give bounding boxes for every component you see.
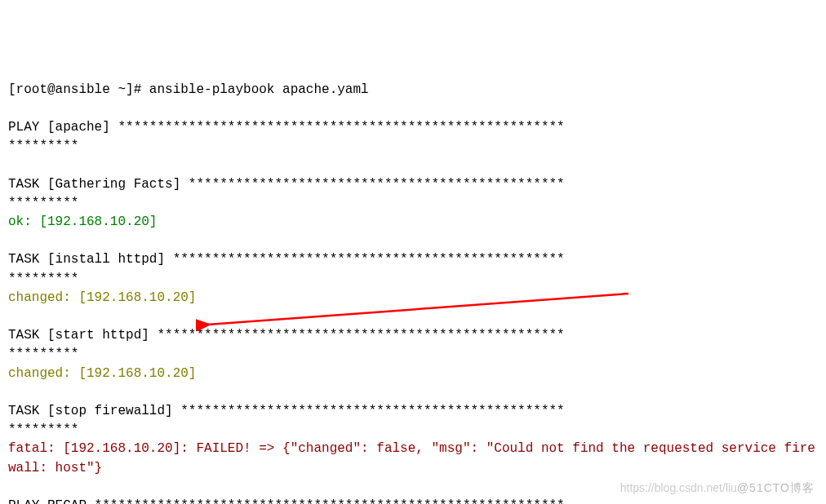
play-header-wrap: ********* [8, 139, 78, 153]
task-stop-firewalld-a: TASK [stop firewalld] [8, 404, 180, 418]
task-gathering-facts: TASK [Gathering Facts] *****************… [8, 177, 565, 192]
task-gathering-facts-wrap: ********* [8, 196, 78, 210]
watermark-left: https://blog.csdn.net/liu [620, 481, 737, 494]
task-start-httpd: TASK [start httpd] *********************… [8, 328, 565, 343]
watermark-right: @51CTO博客 [737, 481, 815, 494]
task-start-httpd-wrap: ********* [8, 347, 78, 361]
install-result-changed: changed: [192.168.10.20] [8, 290, 196, 305]
play-recap-header: PLAY RECAP *****************************… [8, 498, 565, 504]
gather-result-ok: ok: [192.168.10.20] [8, 214, 157, 229]
svg-line-1 [207, 294, 628, 325]
watermark: https://blog.csdn.net/liu@51CTO博客 [614, 462, 815, 496]
task-install-httpd: TASK [install httpd] *******************… [8, 252, 565, 267]
task-stop-firewalld-wrap: ********* [8, 422, 78, 437]
task-stop-firewalld-b: ****************************************… [180, 404, 564, 418]
annotation-arrow-icon [196, 290, 637, 331]
play-header: PLAY [apache] **************************… [8, 120, 565, 135]
task-install-httpd-wrap: ********* [8, 272, 78, 286]
start-result-changed: changed: [192.168.10.20] [8, 366, 196, 381]
shell-prompt: [root@ansible ~]# ansible-playbook apach… [8, 82, 369, 97]
